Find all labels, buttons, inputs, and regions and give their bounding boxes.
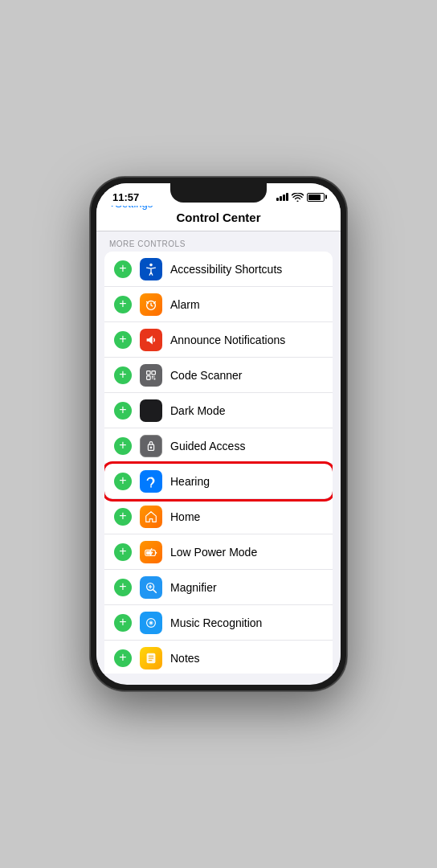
list-item-guided-access[interactable]: + Guided Access [104,428,333,464]
alarm-icon [140,293,162,316]
list-item-home[interactable]: + Home [104,499,333,534]
svg-rect-13 [146,551,151,555]
hearing-label: Hearing [170,475,323,488]
music-recognition-icon [140,612,162,634]
notch [170,183,267,203]
svg-point-18 [150,621,153,624]
wifi-icon [292,193,304,202]
home-label: Home [170,510,323,523]
code-scanner-label: Code Scanner [170,369,323,382]
accessibility-shortcuts-icon [140,258,162,280]
list-item-accessibility-shortcuts[interactable]: + Accessibility Shortcuts [104,252,333,287]
svg-rect-8 [154,375,155,377]
add-magnifier-button[interactable]: + [114,579,132,596]
add-low-power-mode-button[interactable]: + [114,543,132,561]
svg-rect-6 [154,378,156,379]
add-notes-button[interactable]: + [114,649,132,667]
list-item-hearing[interactable]: + Hearing [104,464,333,499]
hearing-icon [140,470,162,493]
svg-point-10 [150,446,153,448]
add-home-button[interactable]: + [114,508,132,526]
magnifier-label: Magnifier [170,581,323,594]
low-power-mode-label: Low Power Mode [170,546,323,559]
svg-rect-2 [147,371,151,375]
announce-notifications-label: Announce Notifications [170,334,323,346]
phone-screen: 11:57 [96,183,341,685]
announce-notifications-icon [140,329,162,351]
add-code-scanner-button[interactable]: + [114,366,132,384]
section-header-more-controls: MORE CONTROLS [96,231,341,252]
list-item-announce-notifications[interactable]: + Announce Notifications [104,322,333,358]
list-item-magnifier[interactable]: + Magnifier [104,570,333,605]
list-item-low-power-mode[interactable]: + Low Power Mode [104,534,333,570]
low-power-mode-icon [140,541,162,563]
dark-mode-icon [140,399,162,422]
list-item-music-recognition[interactable]: + Music Recognition [104,605,333,641]
add-music-recognition-button[interactable]: + [114,614,132,632]
content-scroll[interactable]: MORE CONTROLS + Accessibility Shortcuts [96,231,341,674]
svg-rect-5 [152,375,153,377]
nav-bar: ‹ Settings Control Center [96,206,341,231]
add-guided-access-button[interactable]: + [114,437,132,455]
magnifier-icon [140,576,162,599]
guided-access-label: Guided Access [170,440,323,452]
status-time: 11:57 [112,191,139,203]
svg-rect-7 [152,378,153,379]
svg-point-11 [150,485,152,487]
music-recognition-label: Music Recognition [170,616,323,629]
status-icons [276,193,325,202]
add-dark-mode-button[interactable]: + [114,402,132,420]
page-title: Control Center [109,211,328,224]
battery-icon [307,193,325,202]
list-item-dark-mode[interactable]: + Dark Mode [104,393,333,428]
code-scanner-icon [140,364,162,387]
phone-frame: 11:57 [90,177,347,691]
notes-label: Notes [170,652,323,665]
add-announce-notifications-button[interactable]: + [114,331,132,349]
notes-icon [140,647,162,669]
svg-line-15 [153,589,157,592]
guided-access-icon [140,435,162,457]
svg-rect-3 [147,375,151,379]
add-hearing-button[interactable]: + [114,473,132,490]
add-accessibility-shortcuts-button[interactable]: + [114,260,132,278]
dark-mode-label: Dark Mode [170,404,323,417]
add-alarm-button[interactable]: + [114,296,132,313]
svg-rect-4 [152,371,156,375]
list-item-notes[interactable]: + Notes [104,641,333,674]
svg-point-0 [149,263,153,266]
list-item-alarm[interactable]: + Alarm [104,287,333,322]
alarm-label: Alarm [170,298,323,311]
more-controls-list: + Accessibility Shortcuts + [104,252,333,674]
home-icon [140,506,162,528]
accessibility-shortcuts-label: Accessibility Shortcuts [170,263,323,276]
signal-bars-icon [276,193,288,201]
list-item-code-scanner[interactable]: + Code Scanner [104,358,333,393]
